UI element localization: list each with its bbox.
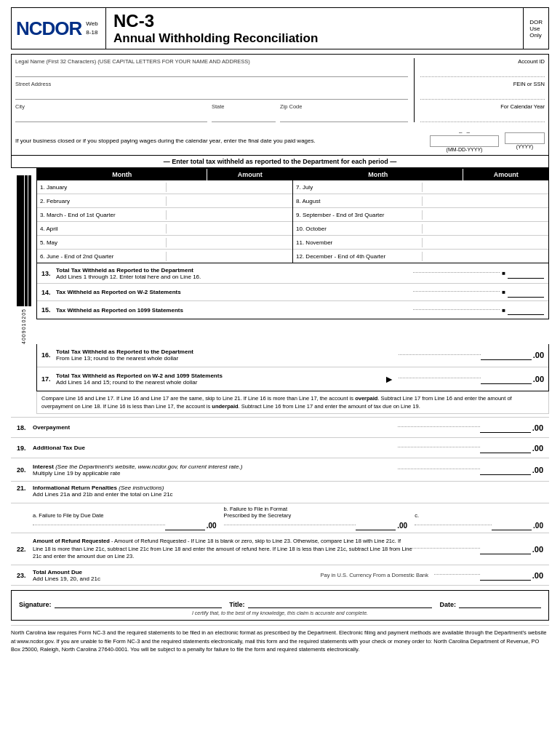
line-21-sub-row: a. Failure to File by Due Date .00 b. Fa… (11, 503, 549, 533)
input-apr[interactable] (167, 222, 292, 235)
web-label: Web (86, 20, 97, 27)
tax-table-left: Month Amount 1. January 2. February 3. M… (37, 169, 293, 263)
sig-input[interactable] (55, 595, 223, 608)
tax-row-11: 11. November (293, 236, 548, 250)
date-label: 8-18 (86, 29, 97, 36)
line-16-input[interactable] (481, 350, 532, 360)
line-16-row: 16. Total Tax Withheld as Reported to th… (37, 344, 548, 367)
tax-row-10: 10. October (293, 222, 548, 236)
nc-text: NC (16, 17, 42, 40)
input-sep[interactable] (423, 208, 548, 221)
svg-rect-10 (26, 175, 27, 306)
sig-certify: I certify that, to the best of my knowle… (19, 610, 541, 615)
legal-name-label: Legal Name (First 32 Characters) (USE CA… (15, 58, 408, 65)
input-nov[interactable] (423, 236, 548, 249)
input-jul[interactable] (423, 180, 548, 194)
yyyy-label: (YYYY) (516, 144, 533, 149)
city-state-zip: City State Zip Code (15, 103, 408, 122)
mm-dd-yyyy-label: (MM-DD-YYYY) (447, 147, 483, 152)
svg-rect-2 (20, 175, 23, 306)
line-13-text: Total Tax Withheld as Reported to the De… (56, 267, 413, 280)
line-23-input[interactable] (480, 570, 531, 581)
line-21a-input[interactable] (165, 520, 205, 530)
line-23-amount: .00 (532, 571, 543, 580)
line-16-num: 16. (41, 351, 56, 359)
input-oct[interactable] (423, 222, 548, 235)
line-20-num: 20. (17, 466, 33, 474)
line-14-input-area: ■ (413, 287, 544, 298)
line-18-amount-area: .00 (398, 423, 543, 433)
line-15-input[interactable] (508, 305, 544, 315)
line-19-amount: .00 (532, 444, 543, 453)
table-left-header: Month Amount (37, 169, 292, 180)
line-21-num: 21. (17, 485, 33, 492)
zip-label: Zip Code (280, 103, 408, 110)
zip-input[interactable] (280, 111, 408, 122)
line-21-row: 21. Informational Return Penalties (See … (11, 482, 549, 503)
line-22-text: Amount of Refund Requested - Amount of R… (33, 538, 412, 561)
line-15-text: Tax Withheld as Reported on 1099 Stateme… (56, 307, 413, 314)
tax-row-3: 3. March - End of 1st Quarter (37, 208, 292, 222)
line-20-amount: .00 (532, 466, 543, 474)
closed-date-input[interactable] (430, 135, 499, 147)
line-21c: c. .00 (415, 512, 543, 530)
calendar-year-input[interactable] (420, 111, 545, 122)
svg-rect-11 (31, 175, 31, 306)
line-17-row: 17. Total Tax Withheld as Reported on W-… (37, 367, 548, 391)
city-input[interactable] (15, 111, 207, 122)
tax-row-12: 12. December - End of 4th Quarter (293, 250, 548, 263)
line-19-input[interactable] (480, 443, 531, 453)
tax-row-5: 5. May (37, 236, 292, 250)
line-19-num: 19. (17, 445, 33, 452)
input-may[interactable] (167, 236, 292, 249)
line-18-num: 18. (17, 424, 33, 431)
line-20-input[interactable] (480, 465, 531, 475)
date-field-group: – – (MM-DD-YYYY) (430, 129, 499, 152)
line-22-row: 22. Amount of Refund Requested - Amount … (11, 533, 549, 565)
state-group: State (212, 103, 276, 122)
line-17-input[interactable] (481, 374, 532, 384)
calendar-year-group: For Calendar Year (420, 103, 545, 122)
sig-date-input[interactable] (459, 595, 541, 608)
street-input[interactable] (15, 88, 408, 100)
compare-box: Compare Line 16 and Line 17. If Line 16 … (36, 391, 549, 415)
lower-lines: 18. Overpayment .00 19. Additional Tax D… (11, 417, 549, 586)
line-17-arrow-area: ► (384, 373, 394, 385)
year-input[interactable] (505, 132, 545, 144)
line-22-input[interactable] (480, 544, 531, 554)
account-id-group: Account ID (420, 58, 545, 77)
barcode-area: 4009010205 (11, 168, 36, 344)
svg-rect-0 (17, 175, 18, 306)
state-input[interactable] (212, 111, 276, 122)
line-15-input-area: ■ (413, 305, 544, 315)
line-13-input[interactable] (508, 268, 544, 279)
signature-box: Signature: Title: Date: I certify that, … (11, 590, 549, 621)
input-jun[interactable] (167, 250, 292, 263)
input-jan[interactable] (167, 180, 292, 194)
input-mar[interactable] (167, 208, 292, 221)
line-20-text: Interest (See the Department's website, … (33, 463, 398, 477)
th-amount-left: Amount (207, 169, 292, 180)
legal-name-input[interactable] (15, 65, 408, 77)
line-18-amount: .00 (532, 423, 543, 432)
svg-rect-6 (28, 175, 31, 306)
title-input[interactable] (248, 595, 433, 608)
line-18-input[interactable] (480, 423, 531, 433)
line-21c-input[interactable] (492, 520, 532, 530)
line-19-amount-area: .00 (398, 443, 543, 453)
fein-input[interactable] (420, 88, 545, 100)
left-fields: Legal Name (First 32 Characters) (USE CA… (15, 58, 408, 122)
street-group: Street Address (15, 81, 408, 100)
line-14-input[interactable] (508, 287, 544, 298)
input-dec[interactable] (423, 250, 548, 263)
tax-row-7: 7. July (293, 180, 548, 194)
input-aug[interactable] (423, 194, 548, 207)
line-19-text: Additional Tax Due (33, 445, 398, 451)
tax-table-right: Month Amount 7. July 8. August 9. Septem… (293, 169, 548, 263)
svg-rect-3 (23, 175, 24, 306)
city-group: City (15, 103, 207, 122)
line-23-num: 23. (17, 572, 33, 579)
account-id-input[interactable] (420, 65, 545, 77)
input-feb[interactable] (167, 194, 292, 207)
line-21b-input[interactable] (356, 520, 396, 530)
